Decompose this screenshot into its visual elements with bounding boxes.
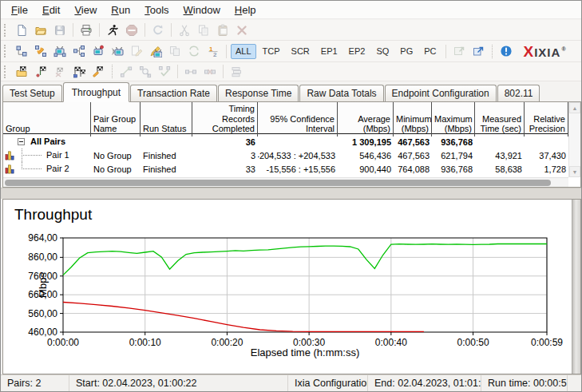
filter-pg-button[interactable]: PG <box>395 44 418 59</box>
cell-max: 936,768 <box>432 135 475 148</box>
tab-response-time[interactable]: Response Time <box>218 85 299 101</box>
cell-pair_group: No Group <box>91 148 141 162</box>
cell-max: 621,794 <box>432 148 475 162</box>
link-endpoints-button <box>182 63 200 81</box>
column-header-precision[interactable]: Relative Precision <box>525 102 568 137</box>
menu-item-file[interactable]: File <box>4 2 35 18</box>
group-cell: All Pairs <box>3 135 91 148</box>
add-voip-pair-button[interactable] <box>32 42 49 60</box>
status-end-time: End: 02.04.2023, 01:01:21 <box>368 375 481 392</box>
column-header-group[interactable]: Group <box>3 102 91 137</box>
table-row-pair-1[interactable]: Pair 1No GroupFinished3-204,533 : +204,5… <box>3 148 570 162</box>
filter-pc-button[interactable]: PC <box>419 44 441 59</box>
chart-y-axis-label: Mbps <box>37 272 49 298</box>
filter-sq-button[interactable]: SQ <box>371 44 394 59</box>
menu-item-window[interactable]: Window <box>176 2 228 18</box>
tab-endpoint-configuration[interactable]: Endpoint Configuration <box>385 85 497 101</box>
add-hardware-pair-button[interactable] <box>51 42 69 60</box>
toolbar-grip[interactable] <box>4 65 9 78</box>
filter-scr-button[interactable]: SCR <box>287 44 315 59</box>
menu-item-view[interactable]: View <box>67 2 104 18</box>
status-start-time: Start: 02.04.2023, 01:00:22 <box>69 375 288 392</box>
pane-splitter[interactable] <box>1 188 581 199</box>
table-row-pair-2[interactable]: Pair 2No GroupFinished33-15,556 : +15,55… <box>3 162 570 176</box>
column-header-status[interactable]: Run Status <box>141 102 192 137</box>
unlink-endpoints-button <box>201 63 219 81</box>
table-horizontal-scrollbar[interactable] <box>3 177 568 187</box>
column-header-ci[interactable]: 95% Confidence Interval <box>258 102 338 137</box>
open-test-button[interactable] <box>32 22 49 39</box>
toolbar-separator <box>226 45 227 58</box>
link-endpoints-icon <box>184 65 197 78</box>
x-tick-label: 0:00:10 <box>129 337 161 348</box>
voip-options-icon <box>92 65 105 78</box>
filter-all-button[interactable]: ALL <box>231 44 256 59</box>
table-row-all-pairs[interactable]: All Pairs361 309,195467,563936,768 <box>3 135 570 148</box>
status-bar: Pairs: 2Start: 02.04.2023, 01:00:22Ixia … <box>1 374 581 392</box>
column-header-min[interactable]: Minimum (Mbps) <box>394 102 432 137</box>
tab-raw-data-totals[interactable]: Raw Data Totals <box>299 85 383 101</box>
horizontal-scroll-thumb[interactable] <box>5 180 551 186</box>
menu-item-tools[interactable]: Tools <box>137 2 176 18</box>
filter-ep2-button[interactable]: EP2 <box>344 44 370 59</box>
ixia-logo: XIXIA® <box>524 44 566 59</box>
add-multicast-group-button[interactable] <box>70 42 88 60</box>
filter-tcp-button[interactable]: TCP <box>258 44 285 59</box>
column-header-max[interactable]: Maximum (Mbps) <box>432 102 475 137</box>
menu-item-run[interactable]: Run <box>104 2 137 18</box>
check-pair-icon <box>158 65 171 78</box>
group-cell: Pair 1 <box>3 148 91 162</box>
toolbar-grip[interactable] <box>4 45 9 57</box>
edit-hardware-pair-icon <box>149 45 162 57</box>
toolbar-grip[interactable] <box>4 24 9 37</box>
tab-throughput[interactable]: Throughput <box>63 82 129 102</box>
column-header-records[interactable]: Timing Records Completed <box>192 102 258 137</box>
toolbar-separator <box>492 45 493 58</box>
cell-ci: -15,556 : +15,556 <box>258 162 338 176</box>
reload-icon <box>152 24 164 37</box>
status-run-time: Run time: 00:00:59 <box>481 375 568 392</box>
scroll-up-arrow-icon[interactable]: ▲ <box>569 102 580 113</box>
table-header-row: GroupPair Group NameRun StatusTiming Rec… <box>3 102 570 134</box>
add-hardware-video-pair-icon <box>92 45 105 57</box>
info-button[interactable] <box>497 42 515 60</box>
scroll-down-arrow-icon[interactable]: ▼ <box>569 166 580 177</box>
new-test-button[interactable] <box>13 22 30 39</box>
edit-hardware-pair-button[interactable] <box>147 42 164 60</box>
print-button[interactable] <box>77 22 95 39</box>
add-video-pair-button[interactable] <box>109 42 126 60</box>
add-hardware-video-pair-button[interactable] <box>89 42 107 60</box>
filter-ep1-button[interactable]: EP1 <box>316 44 342 59</box>
collapse-minus-icon[interactable] <box>18 138 25 145</box>
add-pair-button[interactable] <box>13 42 30 60</box>
toolbar-separator <box>171 23 172 37</box>
toolbar-separator <box>73 23 73 37</box>
column-header-time[interactable]: Measured Time (sec) <box>475 102 525 137</box>
import-results-button[interactable] <box>469 42 487 60</box>
cell-ci: -204,533 : +204,533 <box>258 148 338 162</box>
menu-item-edit[interactable]: Edit <box>35 2 67 18</box>
tab-802-11[interactable]: 802.11 <box>497 85 540 101</box>
compare-results-button[interactable] <box>70 63 88 81</box>
group-cell: Pair 2 <box>3 162 91 176</box>
results-folder-button[interactable] <box>13 63 30 81</box>
table-vertical-scrollbar[interactable]: ▲ ▼ <box>568 102 580 177</box>
run-test-button[interactable] <box>104 22 121 39</box>
results-folder-icon <box>15 65 28 78</box>
copy-button <box>195 22 212 39</box>
tab-test-setup[interactable]: Test Setup <box>2 85 62 101</box>
menu-bar: FileEditViewRunToolsWindowHelp <box>1 1 581 19</box>
chart-vertical-scrollbar[interactable] <box>572 200 580 374</box>
x-tick-label: 0:00:20 <box>211 337 243 348</box>
tab-transaction-rate[interactable]: Transaction Rate <box>130 85 217 101</box>
test-options-button[interactable] <box>32 63 49 81</box>
swap-endpoints-button <box>185 42 203 60</box>
column-header-pair_group[interactable]: Pair Group Name <box>91 102 141 137</box>
column-header-avg[interactable]: Average (Mbps) <box>338 102 394 137</box>
print-icon <box>80 24 93 37</box>
renumber-pairs-button[interactable]: 12 <box>204 42 222 60</box>
menu-item-help[interactable]: Help <box>228 2 263 18</box>
save-test-button <box>51 22 69 39</box>
plot-frame <box>63 238 547 332</box>
voip-options-button[interactable] <box>89 63 107 81</box>
